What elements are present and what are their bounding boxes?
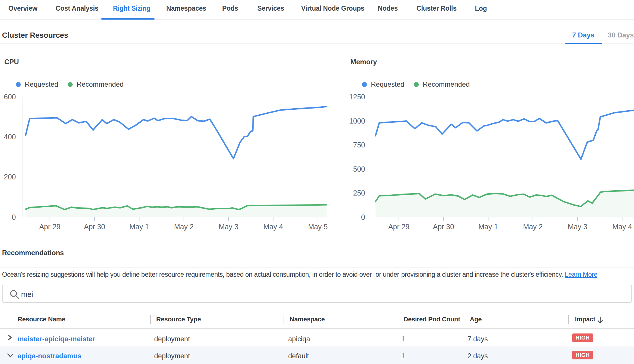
tab-bar: Overview Cost Analysis Right Sizing Name… (0, 0, 634, 20)
svg-text:May 1: May 1 (129, 223, 149, 231)
expand-row-icon[interactable] (7, 335, 12, 340)
column-header-resource-name[interactable]: Resource Name (18, 316, 65, 323)
svg-text:May 3: May 3 (568, 223, 587, 231)
desired-pod-count-cell: 1 (401, 352, 405, 360)
tab-cluster-rolls[interactable]: Cluster Rolls (416, 0, 456, 18)
resource-type-cell: deployment (154, 352, 190, 360)
range-toggle-7-days[interactable]: 7 Days (565, 31, 602, 40)
recommendations-description-text: Ocean's resizing suggestions will help y… (2, 271, 563, 278)
svg-text:250: 250 (353, 189, 365, 197)
namespace-cell: default (288, 352, 309, 360)
table-row[interactable]: meister-apiciqa-meister deployment apici… (0, 329, 634, 346)
svg-text:May 3: May 3 (219, 223, 238, 231)
recommendations-title: Recommendations (2, 249, 64, 257)
svg-text:400: 400 (4, 133, 16, 141)
svg-text:May 5: May 5 (308, 223, 328, 231)
column-header-impact[interactable]: Impact (575, 316, 595, 323)
age-cell: 2 days (467, 352, 488, 360)
table-row[interactable]: apiqa-nostradamus deployment default 1 2… (0, 347, 634, 364)
range-active-underline (565, 43, 602, 44)
header-separator (464, 315, 464, 324)
age-cell: 7 days (467, 335, 488, 343)
svg-text:750: 750 (353, 141, 365, 149)
search-icon (9, 289, 20, 300)
svg-text:Apr 30: Apr 30 (433, 223, 454, 231)
svg-text:May 2: May 2 (523, 223, 543, 231)
cpu-chart-title: CPU (4, 58, 19, 66)
namespace-cell: apiciqa (288, 335, 310, 343)
header-separator (568, 315, 569, 324)
cpu-chart: 6004002000Apr 29Apr 30May 1May 2May 3May… (0, 72, 334, 233)
tab-namespaces[interactable]: Namespaces (166, 0, 206, 18)
header-separator (284, 315, 284, 324)
column-header-resource-type[interactable]: Resource Type (156, 316, 201, 323)
tab-nodes[interactable]: Nodes (378, 0, 398, 18)
tab-cost-analysis[interactable]: Cost Analysis (56, 0, 99, 18)
sort-descending-icon[interactable] (597, 316, 604, 324)
svg-text:200: 200 (4, 173, 16, 181)
svg-text:May 1: May 1 (478, 223, 498, 231)
tab-services[interactable]: Services (257, 0, 284, 18)
recommendations-description: Ocean's resizing suggestions will help y… (2, 270, 634, 279)
svg-text:May 2: May 2 (174, 223, 194, 231)
resource-type-cell: deployment (154, 335, 190, 343)
svg-text:1250: 1250 (349, 93, 365, 101)
desired-pod-count-cell: 1 (401, 335, 405, 343)
tab-virtual-node-groups[interactable]: Virtual Node Groups (301, 0, 364, 18)
tab-pods[interactable]: Pods (222, 0, 238, 18)
active-tab-underline (101, 18, 154, 20)
memory-title-divider (344, 66, 634, 66)
memory-chart: 125010007505002500Apr 29Apr 30May 1May 2… (344, 72, 634, 233)
memory-chart-title: Memory (350, 58, 377, 66)
svg-text:0: 0 (361, 213, 365, 221)
svg-text:May 4: May 4 (263, 223, 283, 231)
range-toggle-30-days[interactable]: 30 Days (602, 31, 634, 40)
svg-text:Apr 29: Apr 29 (39, 223, 61, 231)
svg-text:May 4: May 4 (612, 223, 632, 231)
tab-log[interactable]: Log (475, 0, 487, 18)
collapse-row-icon[interactable] (7, 353, 14, 358)
learn-more-link[interactable]: Learn More (565, 271, 597, 278)
svg-text:Apr 29: Apr 29 (388, 223, 410, 231)
column-header-namespace[interactable]: Namespace (290, 316, 325, 323)
search-box[interactable] (2, 285, 632, 303)
svg-text:1000: 1000 (349, 117, 365, 125)
header-separator (150, 315, 151, 324)
resource-name-link[interactable]: apiqa-nostradamus (18, 352, 81, 360)
svg-text:Apr 30: Apr 30 (84, 223, 105, 231)
page-title: Cluster Resources (2, 31, 68, 40)
recommendations-divider (0, 268, 634, 268)
svg-text:600: 600 (4, 93, 16, 101)
search-input[interactable] (21, 289, 597, 299)
svg-text:0: 0 (12, 213, 16, 221)
tab-overview[interactable]: Overview (8, 0, 37, 18)
impact-badge-high: HIGH (572, 351, 593, 359)
section-divider (0, 43, 634, 44)
resource-name-link[interactable]: meister-apiciqa-meister (18, 335, 95, 343)
tabbar-divider (0, 19, 634, 20)
cpu-title-divider (1, 66, 334, 66)
column-header-desired-pod-count[interactable]: Desired Pod Count (403, 316, 460, 323)
column-header-age[interactable]: Age (470, 316, 482, 323)
svg-text:500: 500 (353, 165, 365, 173)
header-separator (398, 315, 398, 324)
impact-badge-high: HIGH (572, 333, 593, 342)
tab-right-sizing[interactable]: Right Sizing (113, 0, 150, 18)
